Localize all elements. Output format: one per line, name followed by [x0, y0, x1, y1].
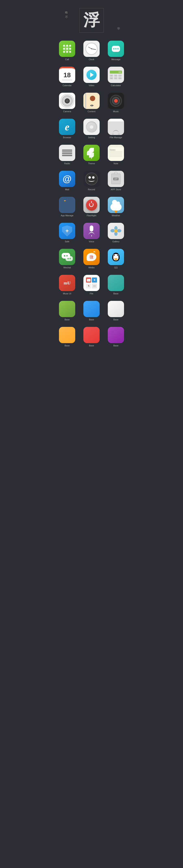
icon-item-calculator[interactable]: 888 +÷ ×−= Calculator — [107, 67, 125, 87]
app-store-label: APP Store — [111, 188, 121, 191]
icon-item-theme[interactable]: Theme — [82, 145, 101, 165]
base-green-icon[interactable] — [59, 301, 75, 317]
grid-row-1: Call Clock Message — [55, 39, 128, 63]
icon-item-content[interactable]: Content — [82, 93, 101, 113]
icon-item-gallery[interactable]: Gallery — [107, 223, 125, 243]
qq-icon[interactable] — [108, 249, 124, 265]
radio-inner — [62, 150, 72, 156]
weibo-icon[interactable]: 微 — [83, 249, 100, 265]
icon-item-app-manage[interactable]: App Manage — [58, 197, 76, 217]
base-teal-label: Base — [113, 292, 118, 295]
note-icon[interactable]: Notes — [108, 145, 124, 161]
icon-item-base-green[interactable]: Base — [58, 301, 76, 321]
icon-item-weather[interactable]: Weather — [107, 197, 125, 217]
base-orange-icon[interactable] — [59, 327, 75, 343]
icon-item-base-purple[interactable]: Base — [107, 327, 125, 347]
file-icon[interactable]: 微 🐧 mU — [83, 275, 100, 291]
icon-item-safe[interactable]: + Safe — [58, 223, 76, 243]
theme-label: Theme — [88, 162, 95, 165]
camera-lens — [62, 95, 73, 106]
file-label: File — [90, 292, 93, 295]
grid-row-9: Wechat 微 Weibo — [55, 247, 128, 271]
browser-label: Browser — [63, 136, 71, 138]
icon-item-radio[interactable]: Radio — [58, 145, 76, 165]
base-blue-icon[interactable] — [83, 301, 100, 317]
icon-item-app-store[interactable]: APP APP Store — [107, 171, 125, 191]
safe-icon[interactable]: + — [59, 223, 75, 239]
base-teal-icon[interactable] — [108, 275, 124, 291]
clock-minute-hand — [92, 49, 96, 50]
icon-item-base-white[interactable]: Base — [107, 301, 125, 321]
muse-ui-icon[interactable]: mU — [59, 275, 75, 291]
icon-item-browser[interactable]: e Browser — [58, 119, 76, 138]
base-red-icon[interactable] — [83, 327, 100, 343]
calc-screen: 888 — [110, 70, 122, 73]
icon-item-setting[interactable]: Setting — [82, 119, 101, 138]
browser-icon[interactable]: e — [59, 119, 75, 135]
icon-item-note[interactable]: Notes Note — [107, 145, 125, 165]
icon-item-base-orange[interactable]: Base — [58, 327, 76, 347]
icon-item-muse-ui[interactable]: mU Muse UI — [58, 275, 76, 295]
clock-face — [85, 43, 98, 55]
base-purple-label: Base — [113, 344, 118, 347]
icon-item-music[interactable]: Music — [107, 93, 125, 113]
app-store-icon[interactable]: APP — [108, 171, 124, 187]
message-icon[interactable] — [108, 41, 124, 57]
header: 略尽 浮 华 — [0, 0, 183, 39]
icon-item-base-blue[interactable]: Base — [82, 301, 101, 321]
clock-label: Clock — [89, 58, 94, 61]
icon-item-weibo[interactable]: 微 Weibo — [82, 249, 101, 269]
icon-item-call[interactable]: Call — [58, 41, 76, 61]
app-manage-icon[interactable] — [59, 197, 75, 213]
calculator-icon[interactable]: 888 +÷ ×−= — [108, 67, 124, 83]
safe-label: Safe — [65, 240, 69, 243]
calendar-icon[interactable]: 18 — [59, 67, 75, 83]
voice-label: Voice — [89, 240, 94, 243]
file-manage-icon[interactable] — [108, 119, 124, 135]
grid-row-4: e Browser Setting — [55, 117, 128, 141]
icon-item-camera[interactable]: Camera — [58, 93, 76, 113]
music-icon[interactable] — [108, 93, 124, 109]
icon-item-file[interactable]: 微 🐧 mU File — [82, 275, 101, 295]
grid-row-12: Base Base Base — [55, 325, 128, 349]
weather-icon[interactable] — [108, 197, 124, 213]
header-box: 浮 — [79, 8, 104, 33]
setting-icon[interactable] — [83, 119, 100, 135]
theme-icon[interactable] — [83, 145, 100, 161]
mic-body — [90, 225, 93, 231]
header-chinese-char: 浮 — [83, 9, 100, 31]
icon-item-clock[interactable]: Clock — [82, 41, 101, 61]
icon-item-wechat[interactable]: Wechat — [58, 249, 76, 269]
icon-item-voice[interactable]: Voice — [82, 223, 101, 243]
radio-icon[interactable] — [59, 145, 75, 161]
icon-item-mail[interactable]: @ Mail — [58, 171, 76, 191]
setting-circle — [86, 121, 97, 132]
file-manage-label: FIle Manage — [110, 136, 122, 138]
icon-item-qq[interactable]: QQ — [107, 249, 125, 269]
flashlight-icon[interactable] — [83, 197, 100, 213]
gallery-icon[interactable] — [108, 223, 124, 239]
icon-item-record[interactable]: Record — [82, 171, 101, 191]
grid-row-7: App Manage Flashlight — [55, 195, 128, 219]
icon-item-video[interactable]: Video — [82, 67, 101, 87]
icon-item-file-manage[interactable]: FIle Manage — [107, 119, 125, 138]
video-label: Video — [89, 84, 94, 87]
call-icon[interactable] — [59, 41, 75, 57]
wechat-icon[interactable] — [59, 249, 75, 265]
grid-row-10: mU Muse UI 微 🐧 mU File Base — [55, 273, 128, 297]
calendar-lines — [62, 79, 72, 81]
base-white-icon[interactable] — [108, 301, 124, 317]
content-icon[interactable] — [83, 93, 100, 109]
voice-icon[interactable] — [83, 223, 100, 239]
icon-item-base-red[interactable]: Base — [82, 327, 101, 347]
icon-item-message[interactable]: Message — [107, 41, 125, 61]
mail-icon[interactable]: @ — [59, 171, 75, 187]
camera-icon[interactable] — [59, 93, 75, 109]
record-icon[interactable] — [83, 171, 100, 187]
clock-icon[interactable] — [83, 41, 100, 57]
icon-item-calendar[interactable]: 18 Calendar — [58, 67, 76, 87]
icon-item-base-teal[interactable]: Base — [107, 275, 125, 295]
video-icon[interactable] — [83, 67, 100, 83]
base-purple-icon[interactable] — [108, 327, 124, 343]
icon-item-flashlight[interactable]: Flashlight — [82, 197, 101, 217]
